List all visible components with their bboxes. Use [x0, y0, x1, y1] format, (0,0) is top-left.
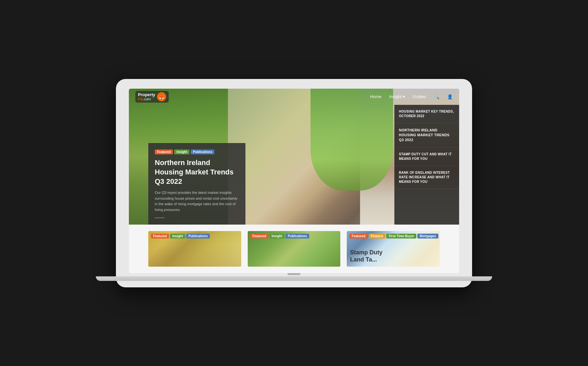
hero-section: Property Pal.com™ 🦊 Home Insight ▾ Guide…: [129, 89, 459, 225]
sidebar-article-2[interactable]: NORTHERN IRELAND HOUSING MARKET TRENDS Q…: [394, 123, 459, 148]
search-icon[interactable]: 🔍: [434, 94, 439, 99]
card-2[interactable]: Featured Insight Publications: [248, 231, 341, 267]
laptop-base: [96, 276, 492, 281]
logo-palcom-text: Pal.com™: [138, 97, 155, 101]
sidebar-article-4[interactable]: BANK OF ENGLAND INTEREST RATE INCREASE A…: [394, 166, 459, 189]
hero-tags: Featured Insight Publications: [155, 150, 239, 154]
logo-container: Property Pal.com™ 🦊: [135, 91, 169, 103]
sidebar-article-4-title: BANK OF ENGLAND INTEREST RATE INCREASE A…: [399, 171, 455, 184]
user-icon[interactable]: 👤: [447, 94, 453, 99]
card-3-tag-featured: Featured: [349, 234, 368, 238]
tag-publications: Publications: [191, 150, 214, 154]
bottom-section: Featured Insight Publications Featured I…: [129, 225, 459, 273]
card-3-tag-firsttimebuyer: First Time Buyer: [386, 234, 416, 238]
cards-row: Featured Insight Publications Featured I…: [148, 231, 440, 267]
nav-insight[interactable]: Insight ▾: [389, 94, 405, 99]
screen: Property Pal.com™ 🦊 Home Insight ▾ Guide…: [129, 89, 459, 273]
laptop-frame: Property Pal.com™ 🦊 Home Insight ▾ Guide…: [116, 79, 472, 287]
sidebar-article-3[interactable]: STAMP DUTY CUT AND WHAT IT MEANS FOR YOU: [394, 148, 459, 166]
logo-wordmark: Property Pal.com™: [138, 93, 155, 101]
nav-home[interactable]: Home: [370, 94, 381, 99]
sidebar-articles: HOUSING MARKET KEY TRENDS, OCTOBER 2022 …: [394, 105, 459, 225]
sidebar-article-3-title: STAMP DUTY CUT AND WHAT IT MEANS FOR YOU: [399, 152, 455, 161]
card-3-tag-mortgages: Mortgages: [417, 234, 438, 238]
card-1-tag-insight: Insight: [170, 234, 185, 238]
card-3[interactable]: Featured Finance First Time Buyer Mortga…: [347, 231, 440, 267]
card-1-tag-featured: Featured: [151, 234, 169, 238]
hero-divider: [155, 217, 164, 218]
nav-links: Home Insight ▾ Guides 🔍 👤: [370, 94, 453, 99]
card-2-tag-publications: Publications: [286, 234, 309, 238]
logo[interactable]: Property Pal.com™ 🦊: [135, 91, 169, 103]
card-3-tags: Featured Finance First Time Buyer Mortga…: [349, 234, 438, 238]
hero-card[interactable]: Featured Insight Publications Northern I…: [148, 143, 245, 224]
stamp-duty-overlay-text: Stamp DutyLand Ta...: [350, 249, 436, 263]
card-1-tag-publications: Publications: [186, 234, 210, 238]
card-3-tag-finance: Finance: [369, 234, 386, 238]
navigation: Property Pal.com™ 🦊 Home Insight ▾ Guide…: [129, 89, 459, 105]
hero-title: Northern Ireland Housing Market Trends Q…: [155, 158, 239, 186]
sidebar-article-1-title: HOUSING MARKET KEY TRENDS, OCTOBER 2022: [399, 109, 455, 118]
logo-mascot-icon: 🦊: [157, 92, 166, 101]
card-2-tags: Featured Insight Publications: [250, 234, 309, 238]
hero-description: Our Q3 report provides the latest market…: [155, 190, 239, 213]
tag-featured: Featured: [155, 150, 173, 154]
nav-guides[interactable]: Guides: [413, 94, 426, 99]
tag-insight: Insight: [174, 150, 189, 154]
sidebar-article-1[interactable]: HOUSING MARKET KEY TRENDS, OCTOBER 2022: [394, 105, 459, 123]
card-2-tag-insight: Insight: [269, 234, 285, 238]
sidebar-article-2-title: NORTHERN IRELAND HOUSING MARKET TRENDS Q…: [399, 128, 455, 143]
card-2-tag-featured: Featured: [250, 234, 268, 238]
card-1[interactable]: Featured Insight Publications: [148, 231, 241, 267]
card-1-tags: Featured Insight Publications: [151, 234, 210, 238]
laptop-notch: [288, 273, 300, 275]
